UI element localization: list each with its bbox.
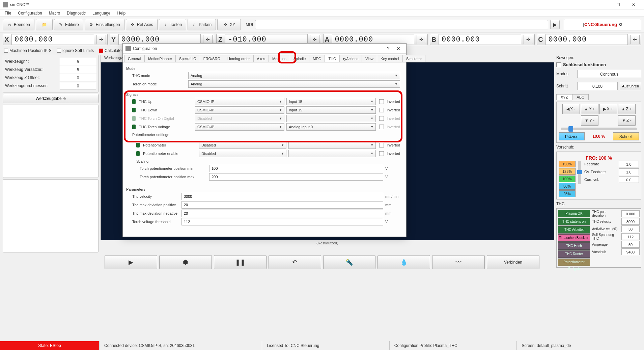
thc-val[interactable]: 9400 [621,248,640,255]
zoff-value[interactable]: 0 [60,74,96,81]
tpmax-input[interactable] [209,173,383,181]
editiere-button[interactable]: ✎Editiere [54,19,83,30]
xy-button[interactable]: ✛XY [217,19,241,30]
stop-button[interactable]: ⬢ [159,255,212,269]
param-input[interactable] [181,193,383,200]
maximize-button[interactable]: ☐ [610,0,626,9]
soft-limits-checkbox[interactable]: Ignore Soft Limits [57,48,94,53]
zero-a-button[interactable]: ✛ [417,35,426,44]
einstellungen-button[interactable]: ⚙Einstellungen [85,19,124,30]
jog-y-plus[interactable]: ▲Y + [581,104,598,114]
zero-b-button[interactable]: ✛ [524,35,533,44]
tab-xyz[interactable]: XYZ [556,94,572,100]
dialog-close-button[interactable]: ✕ [393,45,403,53]
mdi-input[interactable] [255,20,548,29]
pot-inverted-checkbox[interactable] [379,151,384,156]
param-input[interactable] [181,210,383,217]
fro-pct-125[interactable]: 125% [559,168,576,175]
jog-z-minus[interactable]: ▼Z - [618,115,636,126]
menu-macro[interactable]: Macro [46,10,63,16]
werkzeugnr-value[interactable]: 5 [60,58,96,65]
tpmin-input[interactable] [209,165,383,172]
parken-button[interactable]: ⌂Parken [188,19,216,30]
dro-c-value[interactable]: 0000.000 [545,34,628,45]
fro-pct-100[interactable]: 100% [559,176,576,182]
close-button[interactable]: ✕ [626,0,641,9]
coolant-button[interactable]: 💧 [377,255,430,269]
cfg-tab-general[interactable]: General [124,55,145,62]
param-input[interactable] [181,201,383,209]
menu-language[interactable]: Language [89,10,114,16]
zero-c-button[interactable]: ✛ [630,35,640,44]
jog-x-plus[interactable]: ▶X + [599,104,617,114]
werkzeugtabelle-button[interactable]: Werkzeugtabelle [3,94,99,103]
thc-status-6[interactable]: Potentiometer Freigab [558,259,590,266]
open-button[interactable]: 📁 [36,19,53,30]
dialog-body[interactable]: Mode THC modeAnalog▼ Torch on modeAnalog… [123,62,406,237]
signal-device-select[interactable]: CSMIO-IP▼ [195,123,284,131]
signal-pin-select[interactable]: Input 15▼ [286,106,376,114]
play-button[interactable]: ▶ [105,255,157,269]
cfg-tab-ryactions[interactable]: ryActions [339,55,362,62]
torch-on-mode-select[interactable]: Analog▼ [188,80,400,88]
thc-status-5[interactable]: THC Runter [558,250,590,258]
dro-b-value[interactable]: 0000.000 [439,34,521,45]
spindle-button[interactable]: 〰 [432,255,485,269]
tab-abc[interactable]: ABC [572,94,589,100]
cfg-tab-frosro[interactable]: FRO/SRO [200,55,224,62]
signal-inverted-checkbox[interactable] [379,108,384,112]
thc-status-2[interactable]: THC Arbeitet [558,226,590,234]
machine-pos-checkbox[interactable]: Machinen Position IP-S [4,48,52,53]
mdi-run-button[interactable]: ▶ [550,20,560,29]
zero-y-button[interactable]: ✛ [203,35,213,44]
ausfuehren-button[interactable]: Ausführen [620,82,641,90]
zero-x-button[interactable]: ✛ [96,35,106,44]
thc-val[interactable]: 112 [621,233,640,240]
pot-device-select[interactable]: Disabled▼ [199,141,286,149]
thc-status-4[interactable]: THC Hoch [558,242,590,250]
cfg-tab-simulator[interactable]: Simulator [402,55,425,62]
pause-button[interactable]: ❚❚ [214,255,267,269]
verbinden-button[interactable]: Verbinden [487,255,539,269]
refaxes-button[interactable]: ✛Ref Axes [126,19,158,30]
fro-pct-25[interactable]: 25% [559,190,576,197]
signal-pin-select[interactable]: Analog Input 0▼ [286,123,376,131]
thc-val[interactable]: 30 [621,225,640,232]
keys-checkbox[interactable]: Schlüsselfunktionen [556,62,641,67]
versatz-value[interactable]: 5 [60,66,96,73]
modus-value[interactable]: Continous [577,70,641,78]
cfg-tab-motionplanner[interactable]: MotionPlanner [144,55,176,62]
gcode-list[interactable] [3,105,99,178]
jog-z-plus[interactable]: ▲Z + [618,104,636,114]
signal-inverted-checkbox[interactable] [379,99,384,104]
ovfeedrate-value[interactable]: 1.0 [619,168,639,175]
dialog-help-button[interactable]: ? [383,45,393,53]
cfg-tab-view[interactable]: View [362,55,377,62]
pot-inverted-checkbox[interactable] [379,143,384,147]
thc-status-1[interactable]: THC state is on [558,218,590,225]
torch-button[interactable]: 🔦 [323,255,376,269]
log-box[interactable] [3,179,99,252]
beenden-button[interactable]: ⎋Beenden [3,19,34,30]
thc-mode-select[interactable]: Analog▼ [188,72,400,79]
thc-val[interactable]: 3000 [621,218,640,225]
param-input[interactable] [181,218,383,225]
jog-speed-slider[interactable] [561,128,637,130]
signal-device-select[interactable]: CSMIO-IP▼ [195,98,284,105]
feedrate-value[interactable]: 1.0 [619,161,639,167]
menu-diagnostic[interactable]: Diagnostic [63,10,89,16]
fro-pct-150[interactable]: 150% [559,161,576,167]
thc-status-3[interactable]: Eintauchen Blockiert [558,234,590,242]
durch-value[interactable]: 0 [60,82,96,89]
pot-device-select[interactable]: Disabled▼ [199,150,286,157]
zero-z-button[interactable]: ✛ [310,35,319,44]
rewind-button[interactable]: ↶ [269,255,321,269]
thc-val[interactable]: 50 [621,241,640,248]
fro-pct-50[interactable]: 50% [559,183,576,190]
schritt-value[interactable]: 0.100 [577,82,618,90]
minimize-button[interactable]: — [595,0,610,9]
pot-pin-select[interactable]: ▼ [288,141,376,149]
cfg-tab-mpg[interactable]: MPG [309,55,325,62]
fro-slider[interactable] [578,161,581,184]
dro-x-value[interactable]: 0000.000 [11,34,94,45]
